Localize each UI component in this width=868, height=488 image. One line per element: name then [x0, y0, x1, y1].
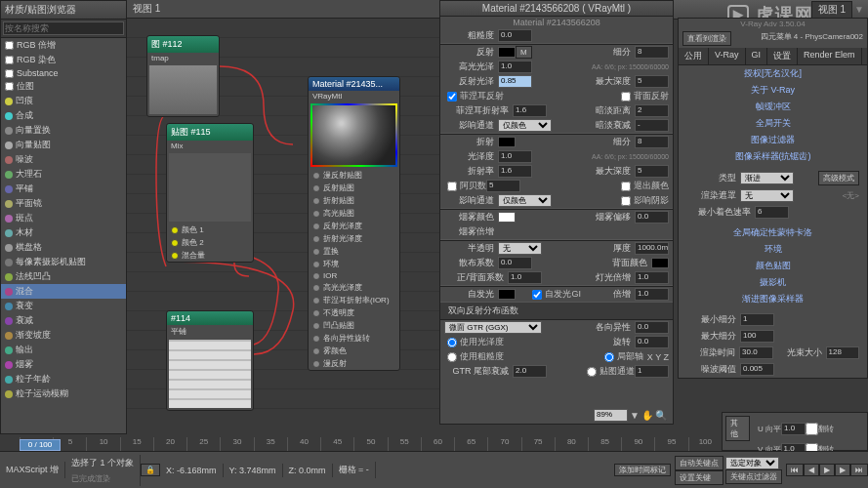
material-list-item[interactable]: 输出 [1, 343, 126, 357]
socket-color1[interactable]: 颜色 1 [167, 224, 253, 236]
material-socket[interactable]: 高光贴图 [309, 207, 399, 220]
play-prev-icon[interactable]: ◀ [804, 464, 819, 476]
material-socket[interactable]: 凹凸贴图 [309, 319, 399, 332]
reflect-color[interactable] [498, 47, 516, 58]
material-list-item[interactable]: 每像素摄影机贴图 [1, 255, 126, 269]
roughness-input[interactable]: 0.0 [498, 29, 532, 42]
material-list-item[interactable]: 大理石 [1, 167, 126, 182]
node-bitmap-112[interactable]: 图 #112 tmap [146, 35, 220, 117]
timeline[interactable]: 0510152025303540455055606570758085909510… [20, 437, 722, 451]
add-time-tag[interactable]: 添加时间标记 [614, 464, 671, 476]
node-mix-115[interactable]: 贴图 #115 Mix 颜色 1 颜色 2 混合量 [166, 123, 254, 263]
material-socket[interactable]: 漫反射 [309, 357, 399, 370]
material-socket[interactable]: 置换 [309, 245, 399, 258]
fresnel-ior-input[interactable]: 1.6 [513, 104, 547, 117]
material-list-item[interactable]: 向量贴图 [1, 138, 126, 152]
zoom-display[interactable]: 89% [594, 409, 628, 422]
fog-color[interactable] [498, 212, 516, 223]
render-rollout-link[interactable]: 关于 V-Ray [679, 82, 867, 99]
material-list-item[interactable]: 粒子运动模糊 [1, 386, 126, 401]
key-target[interactable]: 选定对象 [725, 457, 779, 469]
material-socket[interactable]: 不透明度 [309, 306, 399, 319]
reflect-map-button[interactable]: M [516, 46, 532, 59]
brdf-combo[interactable]: 微面 GTR (GGX) [444, 321, 542, 334]
material-list-item[interactable]: 法线凹凸 [1, 269, 126, 284]
socket-mix[interactable]: 混合量 [167, 249, 253, 262]
node-vraymtl[interactable]: Material #21435... VRayMtl 漫反射贴图反射贴图折射贴图… [308, 76, 400, 371]
gi-title[interactable]: 全局确定性蒙特卡洛 [679, 224, 867, 241]
render-msg-btn[interactable]: 直看到渲染 [682, 31, 731, 46]
render-rollout-link[interactable]: 图像过滤器 [679, 132, 867, 148]
rglossy-input[interactable]: 0.85 [498, 75, 532, 88]
render-tab[interactable]: GI [746, 48, 768, 64]
material-list-item[interactable]: RGB 染色 [1, 53, 126, 67]
viewport-dropdown[interactable]: 视图 1 [811, 1, 852, 19]
prog-title[interactable]: 渐进图像采样器 [679, 291, 867, 307]
material-list-item[interactable]: 棋盘格 [1, 240, 126, 255]
hglossy-input[interactable]: 1.0 [498, 61, 532, 73]
search-input[interactable] [3, 21, 124, 35]
coord-x[interactable]: X: -6.168mm [160, 464, 224, 477]
lock-icon[interactable]: 🔒 [141, 464, 160, 476]
affect2-combo[interactable]: 仅颜色 [498, 194, 552, 207]
material-list-item[interactable]: 混合 [1, 284, 126, 299]
play-end-icon[interactable]: ⏭ [850, 464, 868, 476]
key-filter-btn[interactable]: 关键点过滤器 [725, 469, 782, 484]
gi-rollout-link[interactable]: 颜色贴图 [679, 258, 867, 274]
material-list-item[interactable]: 位图 [1, 79, 126, 94]
material-list-item[interactable]: 粒子年龄 [1, 372, 126, 386]
material-list-item[interactable]: 衰变 [1, 299, 126, 313]
reflect-subdiv[interactable]: 8 [635, 46, 669, 59]
material-list-item[interactable]: 向量置换 [1, 123, 126, 138]
gi-rollout-link[interactable]: 摄影机 [679, 274, 867, 291]
render-tab[interactable]: 公用 [679, 48, 709, 64]
affect-combo[interactable]: 仅颜色 [498, 119, 552, 132]
render-tab[interactable]: V-Ray [709, 48, 746, 64]
material-socket[interactable]: 折射光泽度 [309, 232, 399, 245]
timeline-cursor[interactable]: 0 / 100 [20, 439, 61, 451]
hand-icon[interactable]: ✋ [641, 410, 653, 421]
material-socket[interactable]: 漫反射贴图 [309, 169, 399, 182]
material-socket[interactable]: 各向异性旋转 [309, 332, 399, 345]
material-list-item[interactable]: 平面镜 [1, 196, 126, 211]
node-tiles-114[interactable]: #114 平铺 [166, 310, 254, 411]
render-rollout-link[interactable]: 帧缓冲区 [679, 99, 867, 115]
other-btn[interactable]: 其他 [725, 416, 750, 441]
material-list-item[interactable]: 渐变坡度 [1, 328, 126, 343]
gi-rollout-link[interactable]: 环境 [679, 241, 867, 258]
material-socket[interactable]: 反射光泽度 [309, 220, 399, 232]
render-tab[interactable]: Render Elem [798, 48, 862, 64]
material-list-item[interactable]: 衰减 [1, 313, 126, 328]
abbe-check[interactable] [447, 182, 457, 191]
play-next-icon[interactable]: ▶ [835, 464, 850, 476]
material-socket[interactable]: 菲涅耳折射率(IOR) [309, 294, 399, 306]
material-list-item[interactable]: 斑点 [1, 211, 126, 225]
zoom-icon[interactable]: 🔍 [655, 410, 667, 421]
set-key-btn[interactable]: 设置关键 [675, 470, 723, 485]
coord-z[interactable]: Z: 0.0mm [283, 464, 333, 477]
play-start-icon[interactable]: ⏮ [786, 464, 804, 476]
material-socket[interactable]: IOR [309, 270, 399, 281]
arrow-icon[interactable]: ▼ [630, 410, 640, 421]
play-icon[interactable]: ▶ [819, 464, 835, 476]
render-rollout-link[interactable]: 全局开关 [679, 115, 867, 132]
material-socket[interactable]: 高光光泽度 [309, 281, 399, 294]
auto-key-btn[interactable]: 自动关键点 [675, 456, 723, 470]
material-list-item[interactable]: RGB 倍增 [1, 38, 126, 53]
backface-check[interactable] [621, 92, 631, 102]
node-editor[interactable]: 视图 1 图 #112 tmap 贴图 #115 Mix 颜色 1 颜色 2 混… [127, 18, 439, 427]
material-list-item[interactable]: 木材 [1, 225, 126, 240]
render-rollout-link[interactable]: 授权[无名汉化] [679, 65, 867, 82]
material-list-item[interactable]: 平铺 [1, 182, 126, 196]
material-socket[interactable]: 反射贴图 [309, 182, 399, 194]
render-tab[interactable]: 设置 [767, 48, 798, 64]
material-socket[interactable]: 雾颜色 [309, 345, 399, 357]
material-list-item[interactable]: Substance [1, 67, 126, 79]
material-socket[interactable]: 折射贴图 [309, 194, 399, 207]
render-rollout-link[interactable]: 图像采样器(抗锯齿) [679, 148, 867, 165]
fresnel-check[interactable] [447, 92, 457, 102]
material-list-item[interactable]: 烟雾 [1, 357, 126, 372]
sampler-type[interactable]: 渐进 [740, 172, 794, 184]
material-socket[interactable]: 环境 [309, 258, 399, 270]
render-mask[interactable]: 无 [740, 189, 794, 202]
